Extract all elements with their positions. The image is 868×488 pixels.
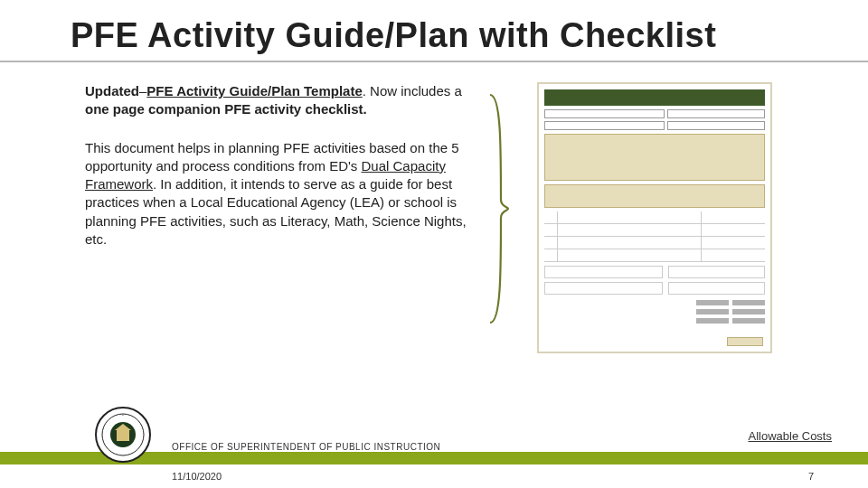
footer-date: 11/10/2020 [172,471,222,482]
thumb-sub-block [544,184,765,208]
thumbnail-column [510,82,799,353]
guide-template-link[interactable]: PFE Activity Guide/Plan Template [146,83,362,99]
content-area: Updated–PFE Activity Guide/Plan Template… [0,62,868,353]
thumb-meta-row [544,121,765,130]
footer-row: 11/10/2020 7 [0,465,868,488]
slide: PFE Activity Guide/Plan with Checklist U… [0,0,868,488]
document-thumbnail [537,82,772,353]
allowable-costs-link[interactable]: Allowable Costs [749,429,833,443]
thumb-total-box [727,337,763,346]
thumb-title-bar [544,89,765,106]
thumb-check-row [544,282,765,295]
updated-label: Updated [85,83,139,99]
curly-brace-icon [486,91,510,326]
rest-text: Now includes a [370,83,462,99]
slide-title: PFE Activity Guide/Plan with Checklist [0,0,868,61]
svg-rect-3 [117,430,129,441]
thumb-intro-block [544,134,765,181]
period: . [363,83,370,99]
state-seal: • [95,407,151,466]
checklist-phrase: one page companion PFE activity checklis… [85,101,367,117]
thumb-table [544,211,765,262]
intro-paragraph: Updated–PFE Activity Guide/Plan Template… [85,82,474,119]
thumb-meta-row [544,109,765,118]
text-column: Updated–PFE Activity Guide/Plan Template… [85,82,483,353]
brace-column [483,82,510,353]
thumb-check-row [544,266,765,278]
thumb-bars [544,300,765,324]
page-number: 7 [808,471,814,482]
description-paragraph: This document helps in planning PFE acti… [85,139,474,249]
